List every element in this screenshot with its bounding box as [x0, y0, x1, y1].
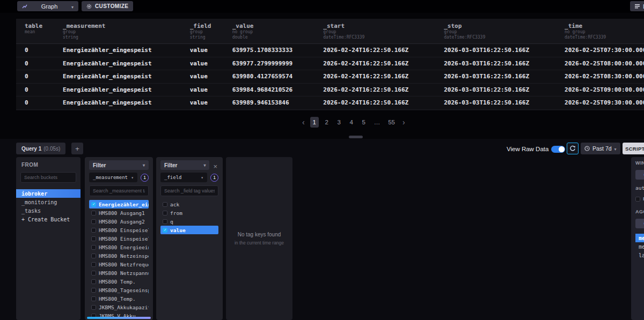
checkbox-icon[interactable]	[91, 262, 96, 267]
bucket-item[interactable]: iobroker	[16, 189, 80, 198]
empty-tag-panel: No tag keys found in the current time ra…	[226, 157, 292, 320]
list-item[interactable]: HMS800 Energieeinspei…	[89, 243, 149, 251]
selected-count-badge: 1	[141, 174, 149, 182]
page-button[interactable]: 2	[323, 117, 331, 128]
tag-key-label: _measurement	[93, 175, 128, 180]
page-button[interactable]: 55	[386, 117, 397, 128]
bucket-item[interactable]: _tasks	[16, 206, 80, 215]
checkbox-icon[interactable]	[635, 197, 640, 202]
list-item[interactable]: q	[160, 217, 218, 226]
checkbox-icon[interactable]	[163, 228, 167, 233]
checkbox-icon[interactable]	[91, 296, 96, 301]
function-item[interactable]: mean	[635, 234, 644, 242]
panel-resize-handle[interactable]	[349, 136, 363, 138]
filter-type-dropdown[interactable]: Filter	[89, 160, 149, 170]
checkbox-icon[interactable]	[91, 305, 96, 310]
cell: 0	[25, 60, 63, 67]
checkbox-icon[interactable]	[91, 254, 96, 258]
cell: value	[190, 73, 232, 80]
cell: Energiezähler_eingespeist	[63, 60, 190, 67]
list-item[interactable]: HMS800 Temp.	[89, 277, 149, 286]
chevron-down-icon	[71, 3, 74, 10]
checkbox-icon[interactable]	[91, 279, 96, 284]
page-button[interactable]: 3	[335, 117, 343, 128]
cell: value	[190, 47, 232, 54]
bucket-item[interactable]: _monitoring	[16, 198, 80, 206]
page-button[interactable]: 4	[347, 117, 356, 128]
checkbox-icon[interactable]	[163, 202, 167, 207]
cell: 2026-03-03T16:22:50.166Z	[444, 60, 565, 67]
checkbox-icon[interactable]	[91, 211, 96, 215]
filter-type-dropdown[interactable]: Filter	[160, 160, 209, 170]
table-row: 0 Energiezähler_eingespeist value 639977…	[16, 57, 644, 71]
page-button[interactable]: 1	[310, 117, 319, 128]
function-item[interactable]: last	[635, 251, 644, 259]
tag-key-label: _field	[164, 175, 182, 180]
checkbox-icon[interactable]	[91, 202, 96, 207]
column-header-field: _field group string	[190, 19, 232, 43]
list-item[interactable]: Energiezähler_eingesp…	[89, 200, 149, 209]
list-item[interactable]: HMS800 Netzeinspeisun…	[89, 251, 149, 260]
list-item[interactable]: HMS800_Temp.	[89, 294, 149, 303]
from-panel-title: FROM	[20, 160, 76, 172]
cell: 2026-02-25T08:30:00.000Z	[565, 73, 644, 80]
script-editor-button[interactable]: SCRIPT EDITOR	[623, 143, 644, 154]
window-custom-button[interactable]: CUSTOM	[635, 170, 644, 180]
checkbox-icon[interactable]	[163, 211, 167, 215]
view-raw-data-toggle[interactable]	[551, 146, 565, 153]
window-auto-value[interactable]: auto	[635, 185, 644, 191]
query-tab[interactable]: Query 1 (0.05s)	[16, 143, 65, 154]
refresh-button[interactable]	[567, 143, 579, 154]
list-item[interactable]: HMS800 Einspeiseleist…	[89, 234, 149, 243]
aggregate-custom-button[interactable]: CUSTOM	[635, 219, 644, 228]
checkbox-icon[interactable]	[163, 219, 167, 224]
list-item[interactable]: HMS800 Einspeiseleist…	[89, 226, 149, 234]
cell: 0	[25, 86, 63, 93]
list-item[interactable]: HMS800 Ausgang2	[89, 217, 149, 226]
horizontal-scrollbar[interactable]	[87, 317, 151, 319]
list-item[interactable]: from	[160, 209, 218, 217]
tag-key-dropdown[interactable]: _measurement	[89, 173, 137, 182]
list-item[interactable]: value	[160, 226, 218, 234]
local-button[interactable]: Local	[630, 1, 644, 11]
list-item[interactable]: HMS800_Tageseinsp.	[89, 286, 149, 294]
empty-message: No tag keys found	[238, 232, 281, 237]
measurement-search-input[interactable]	[89, 185, 149, 196]
query-tab-label: Query 1	[21, 146, 41, 152]
view-type-dropdown[interactable]: Graph	[17, 1, 78, 11]
list-item[interactable]: JKBMS_Akkukapazität	[89, 303, 149, 311]
customize-button[interactable]: CUSTOMIZE	[82, 1, 133, 11]
checkbox-icon[interactable]	[91, 236, 96, 241]
cell: 2026-02-24T16:22:50.166Z	[323, 60, 444, 67]
cell: 0	[25, 73, 63, 80]
checkbox-icon[interactable]	[91, 271, 96, 276]
checkbox-icon[interactable]	[91, 245, 96, 250]
view-raw-data-label: View Raw Data	[507, 146, 548, 152]
list-item[interactable]: HMS800 Netzspannung	[89, 269, 149, 277]
close-icon[interactable]: ×	[212, 163, 218, 170]
tag-key-dropdown[interactable]: _field	[160, 173, 207, 182]
cell: Energiezähler_eingespeist	[63, 86, 190, 93]
cell: 639975.1708333333	[232, 47, 324, 54]
bucket-search-input[interactable]	[20, 172, 76, 183]
fill-option[interactable]: FILL	[635, 196, 644, 202]
checkbox-icon[interactable]	[91, 228, 96, 233]
field-search-input[interactable]	[160, 185, 218, 196]
page-button[interactable]: 5	[360, 117, 368, 128]
checkbox-icon[interactable]	[91, 219, 96, 224]
toggle-knob	[559, 146, 565, 152]
cell: 2026-02-24T16:22:50.166Z	[323, 47, 444, 54]
cell: 2026-02-25T09:00:00.000Z	[565, 86, 644, 93]
list-item[interactable]: HMS800 Netzfrequenz	[89, 260, 149, 269]
prev-page-button[interactable]: ‹	[301, 118, 306, 126]
list-item[interactable]: ack	[160, 200, 218, 209]
next-page-button[interactable]: ›	[401, 118, 407, 126]
empty-submessage: in the current time range	[235, 240, 284, 245]
time-range-dropdown[interactable]: Past 7d	[581, 143, 620, 154]
checkbox-icon[interactable]	[91, 288, 96, 293]
add-query-button[interactable]: +	[71, 143, 83, 154]
create-bucket-button[interactable]: + Create Bucket	[16, 215, 80, 224]
list-item[interactable]: HMS800 Ausgang1	[89, 209, 149, 217]
cell: 2026-03-03T16:22:50.166Z	[444, 99, 565, 106]
function-item[interactable]: median	[635, 242, 644, 251]
